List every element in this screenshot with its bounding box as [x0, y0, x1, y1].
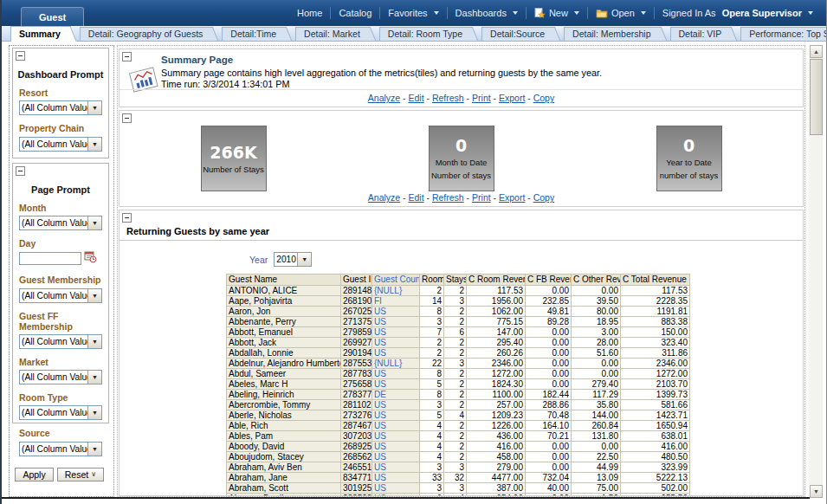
column-header-guest-country[interactable]: Guest Country — [372, 275, 420, 286]
window-bottom-edge — [2, 497, 810, 499]
collapse-icon[interactable] — [16, 51, 25, 61]
cell-value: 1100.00 — [467, 390, 526, 400]
guest-country-link[interactable]: US — [372, 421, 420, 431]
prompt-select-month[interactable]: (All Column Value▼ — [19, 216, 102, 230]
collapse-icon[interactable] — [122, 52, 132, 61]
guest-country-link[interactable]: FI — [372, 296, 420, 307]
guest-country-link[interactable]: US — [372, 338, 420, 348]
collapse-icon[interactable] — [122, 113, 132, 123]
day-input[interactable] — [19, 252, 81, 265]
report-links: Analyze - Edit - Refresh - Print - Expor… — [120, 192, 803, 203]
guest-country-link[interactable]: US — [372, 327, 420, 338]
collapse-icon[interactable] — [16, 166, 25, 176]
cell-value: 1423.71 — [621, 410, 690, 421]
reset-button[interactable]: Reset∨ — [57, 468, 104, 481]
guest-country-link[interactable]: US — [372, 442, 420, 452]
copy-link[interactable]: Copy — [533, 192, 555, 203]
guest-country-link[interactable]: US — [372, 369, 420, 379]
prompt-select-property-chain[interactable]: (All Column Value▼ — [19, 137, 102, 152]
apply-button[interactable]: Apply — [15, 468, 53, 481]
tab-detail-room-type[interactable]: Detail: Room Type — [379, 27, 469, 41]
prompt-select-room-type[interactable]: (All Column Value▼ — [19, 405, 102, 420]
guest-id-cell: 2685622 — [341, 452, 372, 462]
guest-country-link[interactable]: US — [372, 317, 420, 327]
guest-country-link[interactable]: US — [372, 483, 420, 494]
cell-value: 1272.00 — [621, 369, 690, 379]
prompt-select-guest-ff-membership[interactable]: (All Column Value▼ — [19, 334, 102, 349]
guest-country-link[interactable]: US — [372, 494, 420, 497]
scroll-up-button[interactable]: ▲ — [810, 45, 823, 58]
cell-value: 638.01 — [621, 431, 690, 442]
copy-link[interactable]: Copy — [533, 93, 555, 103]
nav-item-home[interactable]: Home — [289, 8, 330, 18]
divider — [120, 89, 803, 90]
refresh-link[interactable]: Refresh — [432, 93, 464, 103]
guest-country-link[interactable]: US — [372, 473, 420, 483]
prompt-select-guest-membership[interactable]: (All Column Value▼ — [19, 288, 102, 303]
scrollbar-thumb[interactable] — [810, 59, 823, 135]
edit-link[interactable]: Edit — [409, 192, 424, 203]
nav-item-label: Catalog — [339, 8, 372, 18]
guest-country-link[interactable]: DE — [372, 390, 420, 400]
open-button[interactable]: Open — [588, 8, 654, 18]
year-select[interactable]: 2010 ▼ — [274, 252, 312, 267]
tab-detail-vip[interactable]: Detail: VIP — [670, 27, 729, 41]
tab-detail-membership[interactable]: Detail: Membership — [564, 27, 657, 41]
vertical-scrollbar[interactable]: ▲ ▼ — [810, 45, 823, 498]
new-button[interactable]: New — [527, 8, 587, 19]
print-link[interactable]: Print — [472, 192, 491, 203]
guest-country-link[interactable]: US — [372, 348, 420, 359]
page-description: Summary page contains high level aggrega… — [161, 68, 602, 78]
nav-item-favorites[interactable]: Favorites — [380, 8, 446, 18]
link-separator: - — [424, 192, 432, 203]
cell-value: 2 — [444, 442, 467, 452]
analyze-link[interactable]: Analyze — [368, 192, 400, 203]
export-link[interactable]: Export — [499, 93, 525, 103]
prompt-select-resort[interactable]: (All Column Value▼ — [19, 100, 102, 115]
table-row: Abraham, Aviv Ben2465519US33279.000.0044… — [227, 462, 690, 473]
edit-link[interactable]: Edit — [409, 93, 424, 103]
table-row: Abbott, Jack2699271US22295.400.0028.0032… — [227, 338, 690, 348]
cell-value: 295.40 — [467, 338, 526, 348]
tab-performance-top-spenders[interactable]: Performance: Top Spenders — [740, 27, 827, 41]
tab-summary[interactable]: Summary — [10, 26, 68, 42]
guest-country-link[interactable]: {NULL} — [372, 359, 420, 369]
dashboard-tab-guest[interactable]: Guest — [21, 7, 84, 26]
guest-id-cell: 2891480 — [341, 286, 372, 296]
scroll-down-button[interactable]: ▼ — [810, 485, 823, 498]
guest-country-link[interactable]: US — [372, 307, 420, 317]
signed-in-menu[interactable]: Signed In As Opera Supervisor — [655, 8, 821, 18]
open-label: Open — [611, 8, 635, 18]
cell-value: 14 — [420, 296, 444, 307]
tab-detail-market[interactable]: Detail: Market — [295, 27, 367, 41]
tab-detail-geography-of-guests[interactable]: Detail: Geography of Guests — [80, 27, 210, 41]
guest-country-link[interactable]: {NULL} — [372, 286, 420, 296]
guest-country-link[interactable]: US — [372, 410, 420, 421]
prompt-select-market[interactable]: (All Column Value▼ — [19, 370, 102, 384]
cell-value: 7 — [420, 327, 444, 338]
guest-id-cell: 2756588 — [341, 379, 372, 390]
prompt-select-source[interactable]: (All Column Value▼ — [19, 442, 102, 456]
guest-country-link[interactable]: US — [372, 379, 420, 390]
guest-id-cell: 2670254 — [341, 307, 372, 317]
guest-id-cell: 2798594 — [341, 327, 372, 338]
analyze-link[interactable]: Analyze — [368, 93, 400, 103]
column-header-c-fb-revenue: C FB Revenue — [526, 275, 572, 286]
guest-id-cell: 2732762 — [341, 410, 372, 421]
print-link[interactable]: Print — [472, 93, 491, 103]
tab-detail-time[interactable]: Detail:Time — [222, 27, 283, 41]
refresh-link[interactable]: Refresh — [432, 192, 464, 203]
calendar-picker-icon[interactable] — [84, 250, 97, 267]
cell-value: 70.21 — [526, 431, 572, 442]
guest-country-link[interactable]: US — [372, 462, 420, 473]
guest-country-link[interactable]: US — [372, 431, 420, 442]
global-nav-menu: HomeCatalogFavoritesDashboardsNewOpenSig… — [289, 0, 821, 26]
nav-item-dashboards[interactable]: Dashboards — [448, 8, 526, 18]
collapse-icon[interactable] — [122, 213, 132, 223]
export-link[interactable]: Export — [499, 192, 525, 203]
cell-value: 2 — [420, 286, 444, 296]
tab-detail-source[interactable]: Detail:Source — [481, 27, 552, 41]
guest-country-link[interactable]: US — [372, 452, 420, 462]
guest-country-link[interactable]: US — [372, 400, 420, 410]
nav-item-catalog[interactable]: Catalog — [331, 8, 379, 18]
